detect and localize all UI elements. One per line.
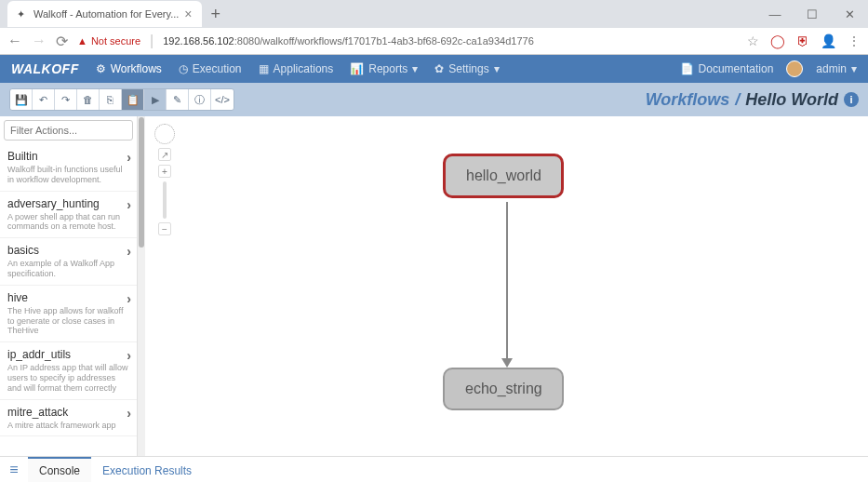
nav-reports[interactable]: 📊Reports ▾ [350,62,418,75]
grid-icon: ▦ [259,62,269,75]
browser-chrome: ✦ Walkoff - Automation for Every... × + … [0,0,868,55]
security-indicator[interactable]: ▲ Not secure [77,35,140,47]
highlight-button[interactable]: ✎ [167,89,189,110]
tab-title: Walkoff - Automation for Every... [33,8,179,20]
action-title: adversary_hunting [7,197,129,210]
nav-settings[interactable]: ✿Settings ▾ [434,62,499,75]
action-adversary-hunting[interactable]: ›adversary_huntingA power shell app that… [0,192,137,239]
copy-button[interactable]: ⎘ [100,89,122,110]
zoom-slider[interactable] [163,181,167,219]
hamburger-icon[interactable]: ≡ [0,462,28,478]
close-window-button[interactable]: ✕ [831,0,868,28]
action-desc: An IP address app that will allow users … [7,363,129,393]
chevron-right-icon: › [127,244,131,259]
save-button[interactable]: 💾 [10,89,33,110]
actions-sidebar: ›BuiltinWalkoff built-in functions usefu… [0,116,138,475]
action-title: Builtin [7,150,129,163]
delete-button[interactable]: 🗑 [77,89,100,110]
canvas-controls: ↗ + − [154,124,175,235]
chevron-right-icon: › [127,406,131,421]
maximize-button[interactable]: ☐ [794,0,831,28]
tab-close-icon[interactable]: × [184,7,192,21]
undo-button[interactable]: ↶ [33,89,55,110]
clock-icon: ◷ [179,62,188,75]
chevron-right-icon: › [127,348,131,363]
action-desc: Walkoff built-in functions useful in wor… [7,165,129,185]
shield-icon[interactable]: ⛨ [796,33,809,48]
extension-icon[interactable]: ◯ [770,33,785,48]
action-title: hive [7,291,129,304]
doc-icon: 📄 [680,62,694,75]
chevron-right-icon: › [127,197,131,212]
url-display[interactable]: 192.168.56.102:8080/walkoff/workflows/f1… [163,35,534,47]
breadcrumb-current: Hello World [745,90,838,110]
action-desc: A mitre attack framework app [7,421,129,431]
action-mitre-attack[interactable]: ›mitre_attackA mitre attack framework ap… [0,400,137,437]
forward-button[interactable]: → [32,33,47,49]
gear-icon: ✿ [434,62,444,75]
app-logo: WALKOFF [11,61,79,76]
compass-icon[interactable] [154,124,175,144]
nav-execution[interactable]: ◷Execution [179,62,242,75]
user-menu[interactable]: admin ▾ [816,62,857,75]
action-desc: An example of a Walkoff App specificatio… [7,259,129,279]
nav-docs-label: Documentation [699,62,774,75]
action-basics[interactable]: ›basicsAn example of a Walkoff App speci… [0,238,137,286]
url-path: /walkoff/workflows/f17017b1-4ab3-bf68-69… [260,35,534,47]
nav-settings-label: Settings [448,62,488,75]
zoom-out-button[interactable]: − [158,222,171,235]
scrollbar-thumb[interactable] [139,117,144,248]
action-title: ip_addr_utils [7,348,129,361]
url-port: :8080 [234,35,260,47]
editor-toolbar: 💾 ↶ ↷ 🗑 ⎘ 📋 ▶ ✎ ⓘ </> Workflows / Hello … [0,83,868,116]
reload-button[interactable]: ⟳ [56,33,68,50]
action-hive[interactable]: ›hiveThe Hive app allows for walkoff to … [0,286,137,342]
app-header: WALKOFF ⚙Workflows ◷Execution ▦Applicati… [0,55,868,83]
tab-bar: ✦ Walkoff - Automation for Every... × + … [0,0,868,28]
browser-tab[interactable]: ✦ Walkoff - Automation for Every... × [7,1,202,27]
action-builtin[interactable]: ›BuiltinWalkoff built-in functions usefu… [0,144,137,192]
sidebar-scrollbar[interactable] [138,116,145,475]
breadcrumb-sep: / [735,90,740,110]
tab-execution-results[interactable]: Execution Results [91,457,203,483]
not-secure-label: Not secure [91,35,140,47]
nav-workflows[interactable]: ⚙Workflows [96,62,162,75]
star-icon[interactable]: ☆ [747,33,759,48]
profile-icon[interactable]: 👤 [821,33,836,48]
chevron-right-icon: › [127,291,131,306]
edge[interactable] [506,202,508,362]
paste-button[interactable]: 📋 [122,89,144,110]
minimize-button[interactable]: — [756,0,794,28]
menu-icon[interactable]: ⋮ [848,33,861,48]
nav-documentation[interactable]: 📄Documentation [680,62,774,75]
bottom-panel: ≡ Console Execution Results [0,456,868,482]
action-desc: A power shell app that can run commands … [7,212,129,233]
info-icon[interactable]: i [844,92,859,107]
share-icon: ⚙ [96,62,106,75]
back-button[interactable]: ← [7,33,22,49]
nav-applications[interactable]: ▦Applications [259,62,334,75]
tab-favicon-icon: ✦ [17,8,28,20]
fit-button[interactable]: ↗ [158,148,171,161]
nav-applications-label: Applications [274,62,334,75]
action-ip-addr-utils[interactable]: ›ip_addr_utilsAn IP address app that wil… [0,342,137,399]
node-hello-world[interactable]: hello_world [443,154,564,198]
url-host: 192.168.56.102 [163,35,234,47]
arrowhead-icon [501,358,513,368]
user-label: admin [816,62,847,75]
zoom-in-button[interactable]: + [158,165,171,178]
action-list[interactable]: ›BuiltinWalkoff built-in functions usefu… [0,144,137,475]
nav-execution-label: Execution [193,62,242,75]
tab-console[interactable]: Console [28,457,91,483]
avatar[interactable] [786,60,803,77]
new-tab-button[interactable]: + [202,5,231,24]
node-echo-string[interactable]: echo_string [443,368,564,410]
redo-button[interactable]: ↷ [55,89,77,110]
breadcrumb-root[interactable]: Workflows [646,90,730,110]
filter-actions-input[interactable] [4,120,133,141]
action-title: basics [7,244,129,257]
run-button[interactable]: ▶ [144,89,167,110]
workflow-canvas[interactable]: ↗ + − hello_world echo_string [145,116,868,475]
code-button[interactable]: </> [211,89,234,110]
info-button[interactable]: ⓘ [189,89,211,110]
